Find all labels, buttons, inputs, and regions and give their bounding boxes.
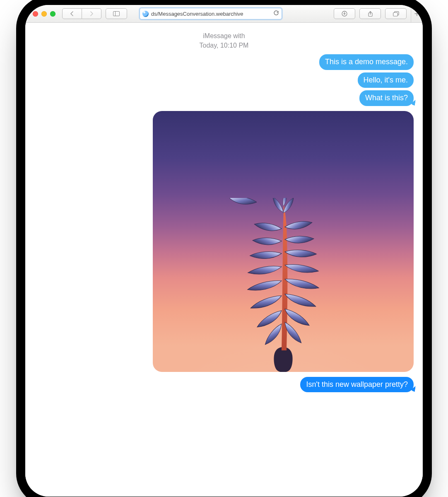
address-text: ds/MessagesConversation.webarchive [151,11,271,17]
nav-back-forward [62,8,101,19]
received-bubble[interactable]: This is a demo message. [319,54,414,70]
browser-toolbar: ds/MessagesConversation.webarchive [25,5,423,23]
plant-icon [229,198,337,372]
message-row: What is this? [34,90,414,106]
message-row: Hello, it's me. [34,72,414,88]
header-timestamp: Today, 10:10 PM [34,41,414,50]
globe-icon [142,11,149,17]
zoom-window-button[interactable] [50,11,55,17]
new-tab-button[interactable] [411,5,423,22]
back-button[interactable] [62,8,82,19]
received-bubble[interactable]: Hello, it's me. [358,72,414,88]
outgoing-bubble[interactable]: Isn't this new wallpaper pretty? [300,377,414,392]
attachment-image[interactable] [153,111,414,372]
message-row: Isn't this new wallpaper pretty? [34,377,414,392]
attachment-row [34,111,414,372]
header-line-1: iMessage with [203,32,245,39]
message-thread: This is a demo message. Hello, it's me. … [34,54,414,392]
message-row: This is a demo message. [34,54,414,70]
close-window-button[interactable] [33,11,38,17]
conversation-page: iMessage with Today, 10:10 PM This is a … [25,23,423,497]
address-bar[interactable]: ds/MessagesConversation.webarchive [140,8,282,19]
window-controls [33,11,55,17]
share-button[interactable] [359,8,381,19]
forward-button[interactable] [82,8,101,19]
minimize-window-button[interactable] [41,11,47,17]
svg-rect-5 [393,12,397,16]
tabs-overview-button[interactable] [385,8,407,19]
received-bubble[interactable]: What is this? [359,90,414,106]
reload-icon[interactable] [273,10,279,17]
conversation-header: iMessage with Today, 10:10 PM [34,31,414,50]
sidebar-button[interactable] [106,8,127,19]
svg-rect-0 [113,12,120,16]
safari-window: ds/MessagesConversation.webarchive [25,5,423,497]
downloads-button[interactable] [334,8,355,19]
